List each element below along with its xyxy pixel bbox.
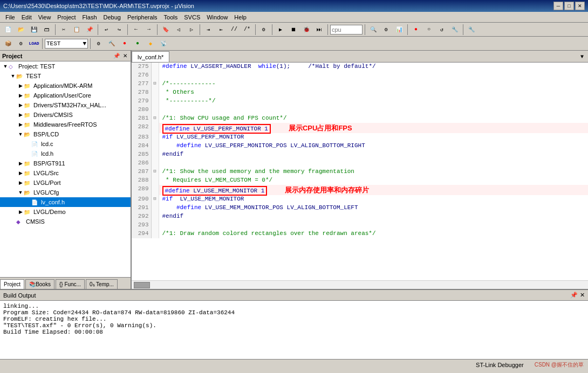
close-button[interactable]: ✕ [575, 2, 585, 10]
tb2-8[interactable]: ◆ [145, 38, 156, 50]
fold-indicator[interactable] [151, 71, 159, 80]
tb2-2[interactable]: ⚙ [15, 38, 27, 50]
menu-tools[interactable]: Tools [161, 13, 181, 22]
menu-view[interactable]: View [35, 13, 54, 22]
nav-back-button[interactable]: ← [130, 24, 142, 36]
fold-indicator[interactable] [151, 230, 159, 238]
reset-button[interactable]: ↺ [436, 24, 448, 36]
tree-item[interactable]: ▼◇Project: TEST [0, 61, 131, 71]
code-view[interactable]: 275#define LV_ASSERT_HANDLER while(1); /… [132, 63, 588, 280]
tree-item[interactable]: ▶📁LVGL/Src [0, 168, 131, 178]
comment-button[interactable]: // [228, 24, 240, 36]
fold-indicator[interactable] [151, 204, 159, 212]
stop-button[interactable]: ⏹ [288, 24, 299, 36]
unindent-button[interactable]: ⇤ [215, 24, 227, 36]
tb2-4[interactable]: ⚙ [93, 38, 105, 50]
save-all-button[interactable]: 🗃 [41, 24, 53, 36]
tree-item[interactable]: ▶📁LVGL/Port [0, 178, 131, 188]
fold-indicator[interactable] [151, 212, 159, 221]
editor-scroll-down[interactable]: ▼ [576, 51, 588, 62]
open-button[interactable]: 📂 [15, 24, 27, 36]
run-button[interactable]: ▶ [275, 24, 286, 36]
fold-indicator[interactable] [151, 176, 159, 185]
tree-item[interactable]: ▶📁Application/User/Core [0, 91, 131, 100]
tab-func[interactable]: {} Func... [56, 279, 85, 289]
tree-item[interactable]: ▶📁LVGL/Demo [0, 207, 131, 217]
tb7[interactable]: ⚙ [258, 24, 270, 36]
more1-button[interactable]: ⚙ [380, 24, 392, 36]
fold-indicator[interactable] [151, 88, 159, 97]
tree-item[interactable]: 📄lcd.c [0, 139, 131, 149]
fold-indicator[interactable]: ⊟ [151, 195, 159, 204]
copy-button[interactable]: 📋 [71, 24, 83, 36]
cpu-input[interactable] [330, 25, 363, 34]
fold-indicator[interactable] [151, 133, 159, 142]
cut-button[interactable]: ✂ [58, 24, 70, 36]
tab-project[interactable]: Project [0, 279, 24, 289]
minimize-button[interactable]: ─ [553, 2, 563, 10]
tb2-6[interactable]: ● [119, 38, 131, 50]
project-dropdown[interactable]: TEST ▼ [45, 39, 88, 49]
uncomment-button[interactable]: /* [241, 24, 253, 36]
tree-item[interactable]: ▶📁Application/MDK-ARM [0, 81, 131, 91]
nav-fwd-button[interactable]: → [143, 24, 155, 36]
tree-item[interactable]: ▶📁Drivers/STM32H7xx_HAL... [0, 100, 131, 110]
fold-indicator[interactable] [151, 221, 159, 230]
fold-indicator[interactable] [151, 106, 159, 114]
tb2-3[interactable]: LOAD [28, 38, 40, 50]
tree-item[interactable]: 📄lv_conf.h [0, 197, 131, 207]
indent-button[interactable]: ⇥ [202, 24, 214, 36]
tree-item[interactable]: ◆CMSIS [0, 217, 131, 226]
menu-edit[interactable]: Edit [18, 13, 35, 22]
tree-item[interactable]: ▶📁BSP/GT911 [0, 158, 131, 168]
fold-indicator[interactable]: ⊟ [151, 80, 159, 88]
menu-help[interactable]: Help [231, 13, 250, 22]
fold-indicator[interactable] [151, 97, 159, 106]
h-scroll-thumb[interactable] [134, 282, 150, 288]
tab-books[interactable]: 📚Books [25, 279, 54, 289]
fold-indicator[interactable] [151, 159, 159, 168]
menu-project[interactable]: Project [54, 13, 79, 22]
menu-svcs[interactable]: SVCS [181, 13, 203, 22]
fold-indicator[interactable] [151, 63, 159, 71]
tab-temp[interactable]: 0₁ Temp... [86, 279, 118, 289]
tree-item[interactable]: ▼📂LVGL/Cfg [0, 188, 131, 197]
save-button[interactable]: 💾 [28, 24, 40, 36]
tree-item[interactable]: ▶📁Middlewares/FreeRTOS [0, 120, 131, 129]
fold-indicator[interactable] [151, 150, 159, 159]
horizontal-scrollbar[interactable] [132, 280, 588, 289]
build-close-button[interactable]: ✕ [580, 292, 585, 299]
menu-file[interactable]: File [2, 13, 18, 22]
extra-button[interactable]: 🔧 [466, 24, 477, 36]
menu-flash[interactable]: Flash [79, 13, 100, 22]
menu-peripherals[interactable]: Peripherals [124, 13, 161, 22]
menu-window[interactable]: Window [203, 13, 231, 22]
bookmark-next-button[interactable]: ▷ [186, 24, 197, 36]
editor-tab-lv_conf[interactable]: lv_conf.h* [132, 51, 169, 62]
menu-debug[interactable]: Debug [100, 13, 124, 22]
redo-button[interactable]: ↪ [113, 24, 125, 36]
config-button[interactable]: 🔧 [449, 24, 461, 36]
more2-button[interactable]: 📊 [393, 24, 405, 36]
bookmark-prev-button[interactable]: ◁ [173, 24, 184, 36]
new-button[interactable]: 📄 [2, 24, 14, 36]
debug-button[interactable]: 🐞 [300, 24, 312, 36]
tb2-7[interactable]: ● [132, 38, 143, 50]
tb2-9[interactable]: 📡 [158, 38, 169, 50]
fold-indicator[interactable] [151, 123, 159, 133]
fold-indicator[interactable] [151, 185, 159, 195]
tree-item[interactable]: ▼📂BSP/LCD [0, 129, 131, 139]
step-button[interactable]: ⏭ [313, 24, 325, 36]
tb2-5[interactable]: 🔨 [106, 38, 118, 50]
tb2-1[interactable]: 📦 [2, 38, 14, 50]
fold-indicator[interactable]: ⊟ [151, 168, 159, 176]
run2-button[interactable]: ○ [423, 24, 435, 36]
fold-indicator[interactable]: ⊟ [151, 114, 159, 123]
paste-button[interactable]: 📌 [84, 24, 95, 36]
undo-button[interactable]: ↩ [100, 24, 112, 36]
maximize-button[interactable]: □ [564, 2, 574, 10]
build-pin-button[interactable]: 📌 [570, 292, 578, 299]
close-panel-button[interactable]: ✕ [122, 53, 128, 59]
fold-indicator[interactable] [151, 142, 159, 150]
tree-item[interactable]: ▼📂TEST [0, 71, 131, 81]
